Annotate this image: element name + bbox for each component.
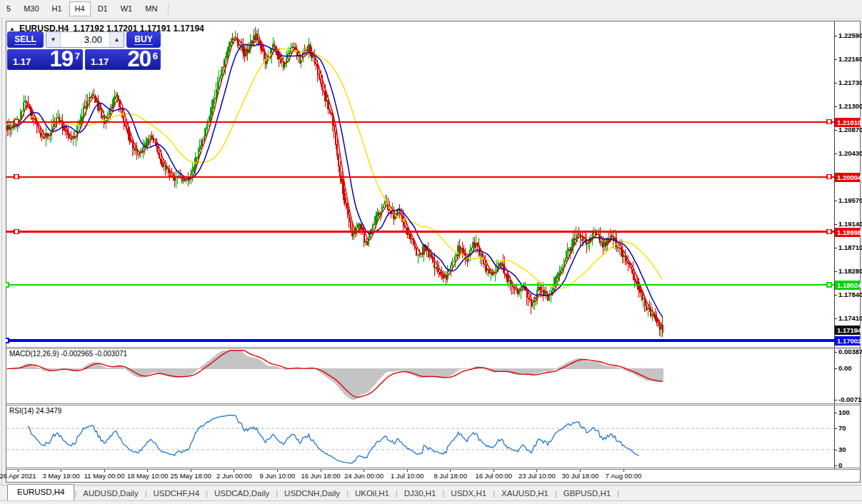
time-tick-label: 26 Apr 2021 bbox=[0, 472, 36, 480]
rsi-scale-label: 100 bbox=[838, 408, 850, 416]
rsi-panel bbox=[6, 415, 833, 464]
line-handle[interactable] bbox=[6, 338, 9, 343]
chart-tab-usdcnh[interactable]: USDCNH,Daily bbox=[278, 486, 346, 500]
line-handle[interactable] bbox=[827, 120, 831, 124]
price-tick-mark bbox=[834, 271, 837, 272]
chart-tab-eurusd[interactable]: EURUSD,H4 bbox=[7, 484, 74, 500]
panel-separator[interactable] bbox=[6, 347, 860, 348]
chart-tab-ukoil[interactable]: UKOil,H1 bbox=[349, 486, 396, 500]
price-tick-label: 1.18280 bbox=[838, 267, 862, 275]
price-level-badge: 1.20004 bbox=[835, 173, 860, 182]
one-click-trading-panel: SELL ▼ 3.00 ▲ BUY 1.17 19 7 1.17 20 6 bbox=[7, 31, 161, 70]
timeframe-button-h4[interactable]: H4 bbox=[69, 1, 91, 16]
macd-tick-mark bbox=[834, 352, 837, 353]
sell-price-pip: 7 bbox=[75, 51, 80, 61]
macd-scale-label: 0.003873 bbox=[838, 348, 862, 356]
buy-button[interactable]: BUY bbox=[126, 31, 161, 48]
volume-decrease-icon[interactable]: ▼ bbox=[46, 32, 61, 47]
panel-separator[interactable] bbox=[6, 405, 860, 405]
price-level-badge: 1.21010 bbox=[835, 118, 860, 127]
time-tick-label: 24 Jun 00:00 bbox=[344, 472, 384, 480]
price-tick-label: 1.20430 bbox=[838, 149, 862, 157]
price-level-badge: 1.17002 bbox=[835, 336, 860, 346]
panel-separator[interactable] bbox=[6, 403, 860, 404]
chart-canvas[interactable] bbox=[6, 21, 834, 483]
timeframe-toolbar: 5M30H1H4D1W1MN bbox=[0, 0, 862, 19]
price-tick-mark bbox=[834, 36, 837, 36]
chart-tab-xauusd[interactable]: XAUUSD,H1 bbox=[495, 486, 555, 500]
panel-separator bbox=[6, 468, 860, 468]
line-handle[interactable] bbox=[14, 230, 19, 234]
price-tick-mark bbox=[834, 248, 837, 248]
rsi-tick-mark bbox=[834, 413, 837, 413]
time-tick-label: 30 Jul 18:00 bbox=[562, 472, 599, 480]
time-tick-label: 1 Jul 10:00 bbox=[391, 472, 424, 480]
candles bbox=[7, 27, 663, 338]
timeframe-button-h1[interactable]: H1 bbox=[46, 1, 68, 16]
price-tick-label: 1.17410 bbox=[838, 314, 862, 322]
sell-button[interactable]: SELL bbox=[7, 31, 44, 48]
buy-price-box[interactable]: 1.17 20 6 bbox=[85, 49, 161, 70]
price-tick-label: 1.22160 bbox=[838, 55, 862, 63]
line-handle[interactable] bbox=[827, 230, 831, 234]
line-handle[interactable] bbox=[6, 283, 9, 287]
chart-tab-gbpusd[interactable]: GBPUSD,H1 bbox=[557, 486, 617, 500]
rsi-scale-label: 70 bbox=[838, 424, 846, 432]
chart-tab-audusd[interactable]: AUDUSD,Daily bbox=[76, 486, 144, 500]
horizontal-level-line[interactable] bbox=[6, 175, 834, 179]
time-tick-label: 2 Jun 00:00 bbox=[216, 472, 252, 480]
sell-price-prefix: 1.17 bbox=[13, 56, 31, 67]
macd-panel bbox=[6, 351, 664, 400]
buy-price-pip: 6 bbox=[153, 51, 158, 61]
price-tick-mark bbox=[834, 59, 837, 60]
chart-tab-usdchf[interactable]: USDCHF,H4 bbox=[147, 486, 206, 500]
timeframe-button-5[interactable]: 5 bbox=[1, 1, 16, 16]
price-scale-divider bbox=[834, 21, 835, 469]
macd-tick-mark bbox=[834, 400, 837, 400]
macd-label: MACD(12,26,9) -0.002965 -0.003071 bbox=[9, 350, 127, 358]
line-handle[interactable] bbox=[827, 283, 831, 287]
panel-separator[interactable] bbox=[6, 348, 860, 349]
price-tick-mark bbox=[834, 201, 837, 201]
chart-tab-bar: EURUSD,H4|AUDUSD,Daily|USDCHF,H4|USDCAD,… bbox=[0, 485, 862, 500]
moving-averages bbox=[7, 39, 663, 327]
chart-tab-dj30[interactable]: DJ30,H1 bbox=[398, 486, 443, 500]
volume-spinner: ▼ 3.00 ▲ bbox=[46, 31, 124, 48]
price-tick-mark bbox=[834, 153, 837, 154]
horizontal-level-line[interactable] bbox=[6, 283, 834, 287]
horizontal-level-line[interactable] bbox=[6, 230, 834, 234]
rsi-tick-mark bbox=[834, 428, 837, 429]
tab-separator: | bbox=[617, 486, 619, 500]
rsi-label: RSI(14) 24.3479 bbox=[9, 407, 61, 415]
horizontal-level-line[interactable] bbox=[6, 338, 834, 343]
line-handle[interactable] bbox=[14, 120, 19, 124]
price-tick-mark bbox=[834, 130, 837, 131]
price-tick-label: 1.17840 bbox=[838, 291, 862, 298]
horizontal-level-line[interactable] bbox=[6, 120, 834, 124]
chart-tab-usdx[interactable]: USDX,H1 bbox=[444, 486, 493, 500]
time-tick-label: 23 Jul 10:00 bbox=[518, 472, 556, 480]
price-tick-label: 1.21730 bbox=[838, 79, 862, 86]
price-tick-mark bbox=[834, 318, 837, 319]
chart-tab-usdcad[interactable]: USDCAD,Daily bbox=[208, 486, 276, 500]
line-handle[interactable] bbox=[14, 175, 19, 179]
price-tick-mark bbox=[834, 83, 837, 84]
volume-increase-icon[interactable]: ▲ bbox=[109, 32, 124, 47]
price-tick-label: 1.19140 bbox=[838, 220, 862, 228]
volume-input[interactable]: 3.00 bbox=[61, 32, 109, 47]
price-tick-mark bbox=[834, 295, 837, 296]
macd-tick-mark bbox=[834, 368, 837, 369]
panel-separator bbox=[6, 469, 860, 470]
timeframe-button-w1[interactable]: W1 bbox=[115, 1, 139, 16]
sell-price-box[interactable]: 1.17 19 7 bbox=[7, 49, 83, 70]
buy-price-prefix: 1.17 bbox=[91, 56, 109, 67]
price-tick-label: 1.18710 bbox=[838, 243, 862, 251]
timeframe-button-m30[interactable]: M30 bbox=[18, 1, 44, 16]
price-level-badge: 1.17194 bbox=[835, 326, 860, 335]
price-tick-mark bbox=[834, 224, 837, 225]
timeframe-button-mn[interactable]: MN bbox=[139, 1, 163, 16]
sell-price-main: 19 bbox=[50, 46, 73, 72]
timeframe-button-d1[interactable]: D1 bbox=[92, 1, 114, 16]
line-handle[interactable] bbox=[827, 175, 831, 179]
toolbar-separator bbox=[168, 3, 169, 15]
